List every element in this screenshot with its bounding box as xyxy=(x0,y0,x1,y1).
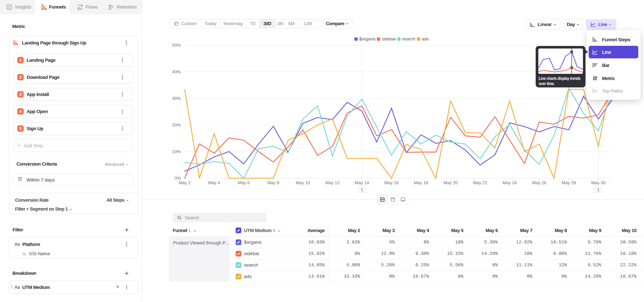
svg-text:sidebar: sidebar xyxy=(382,36,396,42)
svg-text:May 12: May 12 xyxy=(325,180,340,185)
svg-text:May 20: May 20 xyxy=(444,180,458,185)
svg-text:1: 1 xyxy=(597,187,600,192)
svg-text:$organic: $organic xyxy=(359,36,376,42)
svg-text:May 24: May 24 xyxy=(502,180,517,185)
svg-text:50%: 50% xyxy=(172,42,181,48)
svg-text:30%: 30% xyxy=(172,96,181,101)
svg-text:40%: 40% xyxy=(172,69,181,74)
svg-text:0%: 0% xyxy=(174,176,181,181)
svg-text:ads: ads xyxy=(422,36,429,42)
svg-text:May 26: May 26 xyxy=(532,180,546,185)
svg-text:May 4: May 4 xyxy=(208,180,220,185)
svg-text:May 8: May 8 xyxy=(267,180,279,185)
svg-text:10%: 10% xyxy=(172,149,181,154)
svg-text:1: 1 xyxy=(361,187,363,192)
svg-text:May 14: May 14 xyxy=(355,180,369,185)
svg-text:May 2: May 2 xyxy=(179,180,191,185)
svg-text:May 28: May 28 xyxy=(562,180,576,185)
svg-text:search: search xyxy=(402,36,415,42)
svg-text:20%: 20% xyxy=(172,122,181,128)
svg-text:May 30: May 30 xyxy=(591,180,606,185)
svg-text:May 22: May 22 xyxy=(473,180,487,185)
svg-text:May 10: May 10 xyxy=(296,180,310,185)
svg-text:May 6: May 6 xyxy=(238,180,250,185)
svg-text:May 18: May 18 xyxy=(414,180,428,185)
svg-text:May 16: May 16 xyxy=(384,180,399,185)
